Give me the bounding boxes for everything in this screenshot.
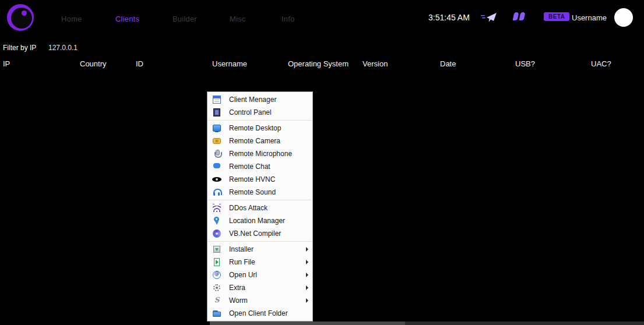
submenu-arrow-icon bbox=[306, 298, 308, 303]
filter-ip-input[interactable] bbox=[48, 42, 118, 54]
main-nav: HomeClientsBuilderMiscInfo bbox=[0, 15, 350, 26]
column-header-version: Version bbox=[363, 59, 388, 68]
user-avatar[interactable] bbox=[614, 8, 633, 27]
open-client-folder-icon bbox=[212, 309, 221, 318]
nav-item-misc[interactable]: Misc bbox=[230, 15, 246, 23]
vbnet-compiler-icon bbox=[212, 229, 221, 238]
menu-item-open-client-folder[interactable]: Open Client Folder bbox=[207, 307, 312, 320]
remote-sound-icon bbox=[212, 188, 221, 197]
username-label: Username bbox=[572, 13, 607, 22]
menu-item-label: Worm bbox=[229, 296, 248, 305]
menu-separator bbox=[208, 120, 312, 121]
menu-item-run-file[interactable]: Run File bbox=[207, 256, 312, 269]
menu-item-label: Remote HVNC bbox=[229, 175, 275, 183]
menu-item-remote-camera[interactable]: Remote Camera bbox=[207, 135, 312, 147]
clients-table-header: IPCountryIDUsernameOperating SystemVersi… bbox=[0, 59, 644, 70]
column-header-date: Date bbox=[440, 59, 456, 68]
menu-item-remote-desktop[interactable]: Remote Desktop bbox=[207, 122, 312, 135]
menu-item-worm[interactable]: Worm bbox=[207, 294, 312, 307]
menu-item-remote-sound[interactable]: Remote Sound bbox=[207, 186, 312, 199]
clock: 3:51:45 AM bbox=[428, 13, 470, 22]
submenu-arrow-icon bbox=[306, 273, 308, 277]
menu-item-client-menager[interactable]: Client Menager bbox=[207, 93, 312, 106]
menu-item-label: DDos Attack bbox=[229, 204, 268, 212]
menu-separator bbox=[208, 200, 312, 200]
column-header-operating-system: Operating System bbox=[288, 59, 349, 68]
control-panel-icon bbox=[212, 108, 221, 117]
ddos-attack-icon bbox=[212, 203, 221, 213]
submenu-arrow-icon bbox=[306, 285, 308, 290]
remote-hvnc-icon bbox=[212, 175, 221, 184]
menu-item-label: Open Url bbox=[229, 271, 257, 279]
menu-item-label: Remote Chat bbox=[229, 162, 270, 171]
menu-item-extra[interactable]: Extra bbox=[207, 281, 312, 294]
menu-item-label: Remote Microphone bbox=[229, 150, 292, 158]
filter-by-ip-label: Filter by IP bbox=[3, 44, 36, 52]
menu-item-label: VB.Net Compiler bbox=[229, 229, 281, 238]
menu-item-open-url[interactable]: Open Url bbox=[207, 269, 312, 281]
paper-plane-icon[interactable] bbox=[480, 11, 498, 24]
run-file-icon bbox=[212, 257, 221, 267]
menu-item-remote-microphone[interactable]: Remote Microphone bbox=[207, 147, 312, 160]
background-window-edge bbox=[405, 322, 644, 325]
column-header-country: Country bbox=[80, 59, 107, 68]
menu-item-installer[interactable]: Installer bbox=[207, 243, 312, 256]
submenu-arrow-icon bbox=[306, 247, 308, 252]
menu-item-label: Remote Desktop bbox=[229, 124, 281, 132]
menu-item-label: Client Menager bbox=[229, 96, 276, 104]
submenu-arrow-icon bbox=[306, 260, 308, 264]
menu-item-remote-chat[interactable]: Remote Chat bbox=[207, 160, 312, 173]
remote-chat-icon bbox=[212, 162, 221, 171]
open-url-icon bbox=[212, 270, 221, 280]
menu-item-label: Run File bbox=[229, 258, 255, 266]
location-manager-icon bbox=[212, 216, 221, 225]
remote-microphone-icon bbox=[212, 149, 221, 158]
quotes-icon[interactable] bbox=[513, 12, 526, 21]
client-manager-icon bbox=[212, 95, 221, 104]
menu-item-label: Remote Sound bbox=[229, 188, 276, 196]
worm-icon bbox=[212, 296, 221, 305]
topbar: HomeClientsBuilderMiscInfo 3:51:45 AM BE… bbox=[0, 0, 644, 36]
installer-icon bbox=[212, 245, 221, 254]
column-header-username: Username bbox=[212, 59, 247, 68]
beta-badge: BETA bbox=[544, 12, 569, 21]
context-menu: Client MenagerControl PanelRemote Deskto… bbox=[207, 91, 313, 322]
menu-separator bbox=[208, 241, 312, 242]
nav-item-info[interactable]: Info bbox=[281, 15, 294, 23]
menu-item-label: Installer bbox=[229, 245, 254, 253]
menu-item-vb-net-compiler[interactable]: VB.Net Compiler bbox=[207, 227, 312, 240]
menu-item-label: Remote Camera bbox=[229, 137, 280, 145]
menu-item-label: Open Client Folder bbox=[229, 309, 288, 317]
column-header-usb-: USB? bbox=[515, 59, 535, 68]
remote-camera-icon bbox=[212, 136, 221, 146]
menu-item-control-panel[interactable]: Control Panel bbox=[207, 106, 312, 119]
column-header-id: ID bbox=[136, 59, 143, 68]
extra-icon bbox=[212, 283, 221, 292]
background-window-edge bbox=[210, 322, 405, 325]
menu-item-location-manager[interactable]: Location Manager bbox=[207, 214, 312, 227]
menu-item-label: Extra bbox=[229, 284, 245, 292]
column-header-uac-: UAC? bbox=[591, 59, 611, 68]
menu-item-label: Location Manager bbox=[229, 217, 285, 225]
menu-item-remote-hvnc[interactable]: Remote HVNC bbox=[207, 173, 312, 186]
menu-item-label: Control Panel bbox=[229, 108, 272, 116]
paper-plane-svg bbox=[480, 11, 498, 24]
nav-item-builder[interactable]: Builder bbox=[173, 15, 197, 23]
menu-item-ddos-attack[interactable]: DDos Attack bbox=[207, 202, 312, 214]
remote-desktop-icon bbox=[212, 123, 221, 133]
nav-item-clients[interactable]: Clients bbox=[115, 15, 139, 23]
nav-item-home[interactable]: Home bbox=[61, 15, 82, 23]
column-header-ip: IP bbox=[3, 59, 10, 68]
